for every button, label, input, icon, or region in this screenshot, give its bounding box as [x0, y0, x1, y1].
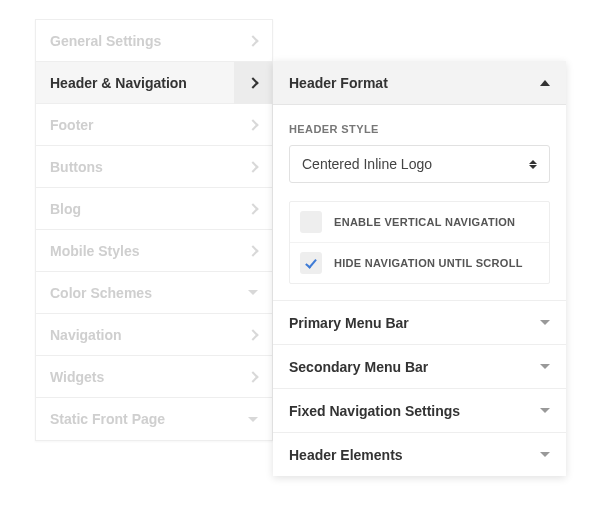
accordion-label: Header Elements [289, 447, 403, 463]
sidebar-item-label: Header & Navigation [50, 75, 187, 91]
accordion-label: Fixed Navigation Settings [289, 403, 460, 419]
checkbox[interactable] [300, 252, 322, 274]
toggle-group: ENABLE VERTICAL NAVIGATION HIDE NAVIGATI… [289, 201, 550, 284]
check-icon [305, 256, 317, 268]
select-value: Centered Inline Logo [302, 156, 432, 172]
toggle-label: ENABLE VERTICAL NAVIGATION [334, 216, 515, 228]
sidebar-item-label: General Settings [50, 33, 161, 49]
caret-down-icon [540, 452, 550, 457]
chevron-right-icon [234, 230, 272, 272]
toggle-enable-vertical-navigation[interactable]: ENABLE VERTICAL NAVIGATION [290, 202, 549, 242]
sidebar-item-mobile-styles[interactable]: Mobile Styles [36, 230, 272, 272]
accordion-fixed-navigation-settings[interactable]: Fixed Navigation Settings [273, 388, 566, 432]
updown-caret-icon [529, 160, 537, 169]
sidebar-item-buttons[interactable]: Buttons [36, 146, 272, 188]
toggle-label: HIDE NAVIGATION UNTIL SCROLL [334, 257, 523, 269]
caret-down-icon [540, 320, 550, 325]
sidebar-item-blog[interactable]: Blog [36, 188, 272, 230]
sidebar-item-label: Blog [50, 201, 81, 217]
accordion-primary-menu-bar[interactable]: Primary Menu Bar [273, 300, 566, 344]
caret-down-icon [234, 398, 272, 440]
chevron-right-icon [234, 356, 272, 398]
sidebar-item-label: Footer [50, 117, 94, 133]
caret-up-icon [540, 80, 550, 86]
accordion-header-elements[interactable]: Header Elements [273, 432, 566, 476]
accordion-label: Primary Menu Bar [289, 315, 409, 331]
caret-down-icon [234, 272, 272, 314]
sidebar-item-label: Navigation [50, 327, 122, 343]
chevron-right-icon [234, 146, 272, 188]
sidebar-item-header-navigation[interactable]: Header & Navigation [36, 62, 272, 104]
header-style-select[interactable]: Centered Inline Logo [289, 145, 550, 183]
panel-title: Header Format [289, 75, 388, 91]
sidebar-item-widgets[interactable]: Widgets [36, 356, 272, 398]
sidebar-item-footer[interactable]: Footer [36, 104, 272, 146]
sidebar-item-label: Color Schemes [50, 285, 152, 301]
sidebar-item-label: Mobile Styles [50, 243, 139, 259]
header-format-panel: Header Format HEADER STYLE Centered Inli… [273, 61, 566, 476]
chevron-right-icon [234, 314, 272, 356]
checkbox[interactable] [300, 211, 322, 233]
toggle-hide-navigation-until-scroll[interactable]: HIDE NAVIGATION UNTIL SCROLL [290, 242, 549, 283]
caret-down-icon [540, 364, 550, 369]
chevron-right-icon [234, 188, 272, 230]
chevron-right-icon [234, 104, 272, 146]
sidebar-item-static-front-page[interactable]: Static Front Page [36, 398, 272, 440]
accordion-label: Secondary Menu Bar [289, 359, 428, 375]
panel-body: HEADER STYLE Centered Inline Logo ENABLE… [273, 105, 566, 300]
sidebar-item-label: Widgets [50, 369, 104, 385]
settings-sidebar: General Settings Header & Navigation Foo… [35, 19, 273, 441]
accordion-secondary-menu-bar[interactable]: Secondary Menu Bar [273, 344, 566, 388]
field-label-header-style: HEADER STYLE [289, 123, 550, 135]
chevron-right-icon [234, 20, 272, 62]
sidebar-item-color-schemes[interactable]: Color Schemes [36, 272, 272, 314]
chevron-right-icon [234, 62, 272, 104]
sidebar-item-general-settings[interactable]: General Settings [36, 20, 272, 62]
caret-down-icon [540, 408, 550, 413]
sidebar-item-label: Buttons [50, 159, 103, 175]
sidebar-item-label: Static Front Page [50, 411, 165, 427]
sidebar-item-navigation[interactable]: Navigation [36, 314, 272, 356]
panel-section-header-format[interactable]: Header Format [273, 61, 566, 105]
